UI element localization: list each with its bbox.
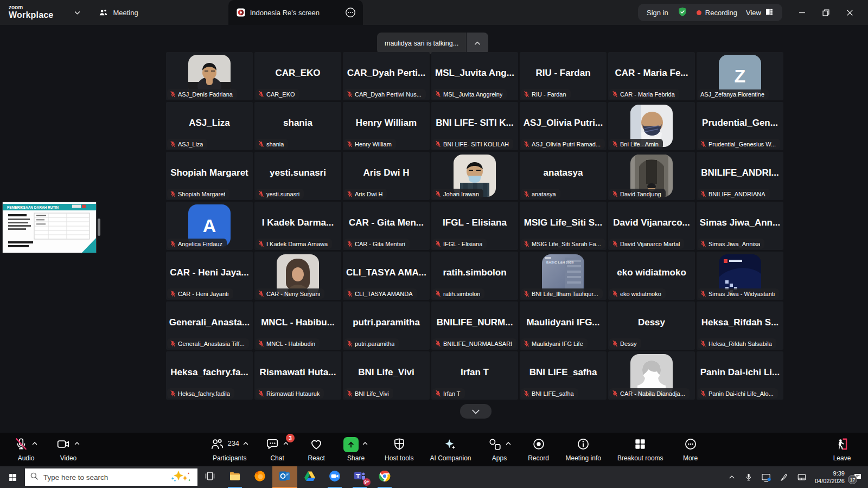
participant-tile[interactable]: Generali_Anasta...Generali_Anastasia Tif… [166, 301, 253, 350]
chevron-up-icon[interactable] [242, 439, 249, 449]
participant-tile[interactable]: MNCL - Habibu...MNCL - Habibudin [254, 301, 341, 350]
participant-tile[interactable]: Prudential_Gen...Prudential_Genesius W..… [697, 102, 783, 150]
search-highlights-sparkle-icon[interactable] [168, 470, 193, 485]
participant-tile[interactable]: Maulidyani IFG...Maulidyani IFG Life [520, 301, 607, 350]
participant-tile[interactable]: Bni Life - Amin [608, 102, 695, 150]
participant-tile[interactable]: MSL_Juvita Ang...MSL_Juvita Anggreiny [431, 52, 518, 100]
participant-tile[interactable]: Henry WilliamHenry William [343, 102, 430, 150]
participant-tile[interactable]: CAR - Maria Fe...CAR - Maria Febrida [608, 52, 695, 100]
start-button[interactable] [0, 466, 25, 488]
chevron-up-icon[interactable] [505, 439, 512, 449]
participant-tile[interactable]: MSIG Life_Siti S...MSIG Life_Siti Sarah … [520, 202, 607, 250]
participant-tile[interactable]: ASJ_Olivia Putri...ASJ_Olivia Putri Rama… [520, 102, 607, 150]
participant-tile[interactable]: BNI LIFE- SITI K...BNI LIFE- SITI KOLILA… [431, 102, 518, 150]
toolbar-share-button[interactable]: Share [343, 437, 368, 462]
tray-touchpad-icon[interactable] [797, 472, 807, 482]
toolbar-apps-button[interactable]: Apps [488, 437, 512, 462]
tray-expand-icon[interactable] [727, 473, 736, 481]
chevron-up-icon[interactable] [74, 439, 80, 449]
participant-tile[interactable]: CLI_TASYA AMA...CLI_TASYA AMANDA [343, 252, 430, 300]
taskbar-app-zoom[interactable] [322, 466, 347, 488]
participant-tile[interactable]: BNI LIFE_safhaBNI LIFE_safha [520, 351, 607, 400]
participant-tile[interactable]: yesti.sunasriyesti.sunasri [254, 152, 341, 200]
participant-tile[interactable]: David Vijanarco...David Vijanarco Martal [608, 202, 695, 250]
participant-tile[interactable]: Panin Dai-ichi Li...Panin Dai-ichi Life_… [697, 351, 783, 400]
tab-options-icon[interactable] [330, 7, 356, 18]
participant-tile[interactable]: RIU - FardanRIU - Fardan [520, 52, 607, 100]
participant-tile[interactable]: anatasyaanatasya [520, 152, 607, 200]
toolbar-ai-companion-button[interactable]: AI Companion [430, 437, 471, 462]
participant-tile[interactable]: CAR - Gita Men...CAR - Gita Mentari [343, 202, 430, 250]
toolbar-more-button[interactable]: More [680, 437, 701, 462]
toast-collapse-button[interactable] [467, 33, 488, 54]
participant-tile[interactable]: Johan Irawan [431, 152, 518, 200]
participant-tile[interactable]: ratih.simbolonratih.simbolon [431, 252, 518, 300]
participant-tile[interactable]: putri.paramithaputri.paramitha [343, 301, 430, 350]
recording-indicator[interactable]: Recording [697, 9, 737, 17]
taskbar-app-outlook[interactable] [272, 466, 297, 488]
toolbar-meeting-info-button[interactable]: Meeting info [566, 437, 601, 462]
participant-tile[interactable]: BNILIFE_ANDRI...BNILIFE_ANDRIANA [697, 152, 783, 200]
taskbar-app-firefox[interactable] [247, 466, 272, 488]
participant-tile[interactable]: AAngelica Firdauz [166, 202, 253, 250]
chevron-down-icon[interactable] [74, 0, 81, 25]
shared-screen-thumbnail[interactable]: PEMERIKSAAN DARAH RUTIN [3, 202, 96, 253]
participant-tile[interactable]: ASJ_Denis Fadriana [166, 52, 253, 100]
toolbar-video-button[interactable]: Video [56, 437, 80, 462]
toolbar-leave-button[interactable]: Leave [831, 437, 853, 462]
tray-microphone-icon[interactable] [744, 473, 753, 481]
participant-tile[interactable]: Aris Dwi HAris Dwi H [343, 152, 430, 200]
participant-tile[interactable]: I Kadek Darma...I Kadek Darma Arnawa [254, 202, 341, 250]
participant-tile[interactable]: IFGL - ElisianaIFGL - Elisiana [431, 202, 518, 250]
chevron-up-icon[interactable] [362, 439, 368, 449]
participant-tile[interactable]: Heksa_Rifdah S...Heksa_Rifdah Salsabila [697, 301, 783, 350]
sign-in-button[interactable]: Sign in [647, 9, 668, 17]
participant-tile[interactable]: Irfan TIrfan T [431, 351, 518, 400]
toolbar-record-button[interactable]: Record [528, 437, 550, 462]
chevron-up-icon[interactable] [31, 439, 38, 449]
participant-tile[interactable]: CAR_EKOCAR_EKO [254, 52, 341, 100]
participant-tile[interactable]: shaniashania [254, 102, 341, 150]
tab-meeting[interactable]: Meeting [90, 0, 146, 25]
participant-tile[interactable]: CAR_Dyah Perti...CAR_Dyah Pertiwi Nus... [343, 52, 430, 100]
participant-tile[interactable]: BASIC L&H 2026BNI Life_Ilham Taufiqur... [520, 252, 607, 300]
toolbar-breakout-rooms-button[interactable]: Breakout rooms [617, 437, 663, 462]
close-button[interactable] [838, 0, 861, 25]
taskbar-clock[interactable]: 9:39 04/02/2026 [815, 470, 845, 485]
participant-tile[interactable]: DessyDessy [608, 301, 695, 350]
participant-tile[interactable]: ZASJ_Zefanya Florentine [697, 52, 783, 100]
thumbnail-scrollbar[interactable] [98, 219, 100, 236]
participant-tile[interactable]: Shopiah MargaretShopiah Margaret [166, 152, 253, 200]
minimize-button[interactable] [790, 0, 814, 25]
participant-tile[interactable]: Rismawati Huta...Rismawati Hutauruk [254, 351, 341, 400]
toolbar-react-button[interactable]: React [305, 437, 327, 462]
participant-tile[interactable]: BNILIFE_NURM...BNILIFE_NURMALASARI [431, 301, 518, 350]
participant-tile[interactable]: ASJ_LizaASJ_Liza [166, 102, 253, 150]
tab-shared-screen[interactable]: Indonesia Re's screen [228, 0, 363, 25]
participant-tile[interactable]: BNI Life_ViviBNI Life_Vivi [343, 351, 430, 400]
participant-tile[interactable]: Simas Jiwa - Widyastanti [697, 252, 783, 300]
participant-tile[interactable]: CAR - Neny Suryani [254, 252, 341, 300]
taskbar-app-teams[interactable]: 9+ [347, 466, 372, 488]
participant-tile[interactable]: eko widiatmokoeko widiatmoko [608, 252, 695, 300]
participant-tile[interactable]: CAR - Nabila Dianadja... [608, 351, 695, 400]
taskbar-app-chrome[interactable] [372, 466, 397, 488]
taskbar-app-task-view[interactable] [197, 466, 222, 488]
next-page-button[interactable] [460, 404, 492, 419]
view-button[interactable]: View [746, 8, 774, 18]
restore-button[interactable] [814, 0, 838, 25]
toolbar-host-tools-button[interactable]: Host tools [385, 437, 413, 462]
tray-display-share-icon[interactable] [761, 472, 771, 483]
participant-tile[interactable]: CAR - Heni Jaya...CAR - Heni Jayanti [166, 252, 253, 300]
taskbar-search[interactable]: Type here to search [25, 468, 197, 486]
toolbar-participants-button[interactable]: 234Participants [210, 437, 249, 462]
participant-tile[interactable]: David Tandjung [608, 152, 695, 200]
tray-pen-icon[interactable] [780, 473, 789, 482]
toolbar-chat-button[interactable]: 3Chat [265, 437, 289, 462]
taskbar-app-file-explorer[interactable] [222, 466, 247, 488]
participant-tile[interactable]: Heksa_fachry.fa...Heksa_fachry.fadila [166, 351, 253, 400]
toolbar-audio-button[interactable]: Audio [14, 437, 38, 462]
notification-center-button[interactable]: 17 [853, 472, 863, 482]
encryption-shield-icon[interactable] [677, 7, 688, 19]
taskbar-app-google-drive[interactable] [297, 466, 322, 488]
